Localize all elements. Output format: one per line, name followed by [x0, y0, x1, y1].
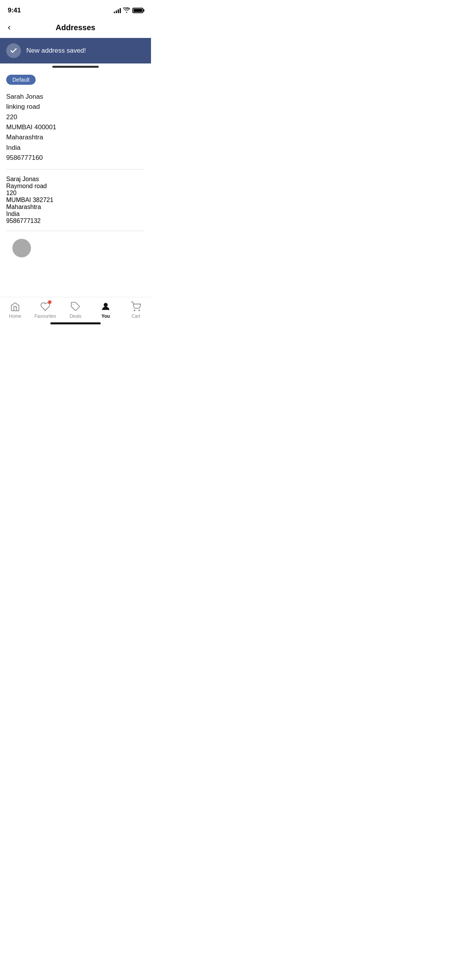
nav-item-cart[interactable]: Cart: [124, 301, 148, 319]
default-badge-container: Default: [6, 69, 145, 89]
nav-item-favourites[interactable]: Favourites: [34, 301, 57, 319]
address-1-number: 220: [6, 112, 145, 122]
svg-point-3: [139, 310, 140, 311]
drag-pill: [52, 66, 99, 68]
nav-label-home: Home: [9, 314, 21, 319]
nav-item-you[interactable]: You: [94, 301, 117, 319]
favourites-icon-wrap: [40, 301, 51, 312]
nav-item-deals[interactable]: Deals: [64, 301, 87, 319]
add-address-button[interactable]: [12, 239, 31, 257]
deals-icon-wrap: [70, 301, 81, 312]
notification-text: New address saved!: [26, 47, 86, 55]
page-title: Addresses: [56, 23, 95, 32]
drag-indicator: [0, 63, 151, 69]
header: ‹ Addresses: [0, 19, 151, 38]
favourites-badge: [48, 300, 51, 304]
home-bar: [50, 322, 101, 324]
cart-icon-wrap: [130, 301, 141, 312]
battery-icon: [132, 8, 143, 13]
home-icon-wrap: [10, 301, 21, 312]
home-icon: [10, 302, 20, 312]
address-2-name: Saraj Jonas: [6, 176, 145, 183]
cart-icon: [131, 302, 141, 312]
add-address-container[interactable]: [6, 231, 145, 265]
nav-label-favourites: Favourites: [34, 314, 56, 319]
nav-label-deals: Deals: [70, 314, 82, 319]
status-bar: 9:41: [0, 0, 151, 19]
tag-icon: [70, 302, 81, 312]
svg-point-1: [104, 303, 108, 307]
address-2-state: Maharashtra: [6, 204, 145, 211]
address-2-phone: 9586777132: [6, 218, 145, 224]
address-2-city: MUMBAI 382721: [6, 197, 145, 204]
address-2-number: 120: [6, 190, 145, 197]
address-1-country: India: [6, 143, 145, 153]
address-2-country: India: [6, 211, 145, 218]
address-list: Default Sarah Jonas linking road 220 MUM…: [0, 69, 151, 265]
address-1-street: linking road: [6, 102, 145, 112]
address-1-city: MUMBAI 400001: [6, 122, 145, 132]
address-1-name: Sarah Jonas: [6, 92, 145, 102]
address-item-2[interactable]: Saraj Jonas Raymond road 120 MUMBAI 3827…: [6, 170, 145, 231]
address-1-state: Maharashtra: [6, 132, 145, 142]
check-circle-icon: [6, 43, 21, 58]
svg-point-2: [134, 310, 135, 311]
you-icon-wrap: [100, 301, 111, 312]
signal-icon: [114, 8, 121, 13]
status-icons: [114, 7, 143, 14]
address-1-phone: 9586777160: [6, 153, 145, 163]
address-item-1[interactable]: Sarah Jonas linking road 220 MUMBAI 4000…: [6, 89, 145, 169]
nav-label-you: You: [101, 314, 110, 319]
back-button[interactable]: ‹: [6, 22, 12, 33]
wifi-icon: [123, 7, 130, 14]
nav-label-cart: Cart: [132, 314, 141, 319]
default-badge: Default: [6, 75, 36, 85]
status-time: 9:41: [8, 7, 21, 14]
address-2-street: Raymond road: [6, 183, 145, 190]
nav-item-home[interactable]: Home: [3, 301, 27, 319]
address-list-container: Default Sarah Jonas linking road 220 MUM…: [0, 69, 151, 327]
notification-banner: New address saved!: [0, 38, 151, 63]
user-icon: [101, 302, 111, 312]
